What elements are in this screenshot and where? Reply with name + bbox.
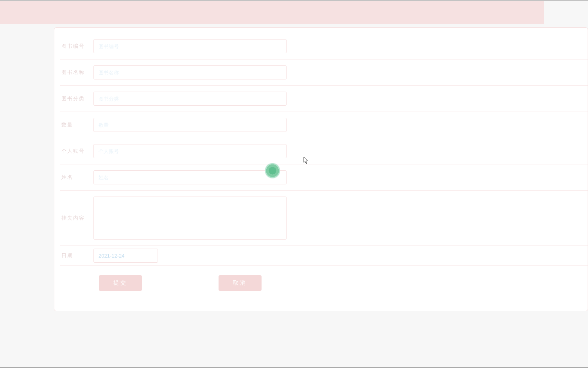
row-lost-content: 挂失内容 <box>60 191 588 246</box>
label-account: 个人账号 <box>61 148 93 155</box>
row-quantity: 数量 <box>60 112 588 138</box>
input-book-category[interactable] <box>93 92 287 106</box>
row-account: 个人账号 <box>60 138 588 164</box>
label-book-name: 图书名称 <box>61 69 93 76</box>
input-date[interactable] <box>93 249 158 263</box>
cancel-button[interactable]: 取消 <box>219 275 262 291</box>
input-account[interactable] <box>93 144 287 158</box>
loading-spinner-icon <box>265 163 280 178</box>
input-book-name[interactable] <box>93 65 287 79</box>
row-book-id: 图书编号 <box>60 33 588 60</box>
cursor-icon <box>303 157 309 164</box>
input-book-id[interactable] <box>93 39 287 53</box>
header-bar <box>0 1 544 24</box>
row-book-name: 图书名称 <box>60 60 588 86</box>
label-book-id: 图书编号 <box>61 43 93 50</box>
row-name: 姓名 <box>60 164 588 191</box>
input-name[interactable] <box>93 170 287 184</box>
input-quantity[interactable] <box>93 118 287 132</box>
submit-button[interactable]: 提交 <box>99 275 142 291</box>
label-book-category: 图书分类 <box>61 95 93 102</box>
row-book-category: 图书分类 <box>60 86 588 112</box>
label-name: 姓名 <box>61 174 93 181</box>
form-panel: 图书编号 图书名称 图书分类 数量 个人账号 姓名 挂失内容 日期 提交 取消 <box>54 27 588 311</box>
row-actions: 提交 取消 <box>60 266 588 296</box>
label-date: 日期 <box>61 252 93 259</box>
label-quantity: 数量 <box>61 121 93 128</box>
row-date: 日期 <box>60 246 588 266</box>
textarea-lost-content[interactable] <box>93 197 287 240</box>
label-lost-content: 挂失内容 <box>61 215 93 222</box>
